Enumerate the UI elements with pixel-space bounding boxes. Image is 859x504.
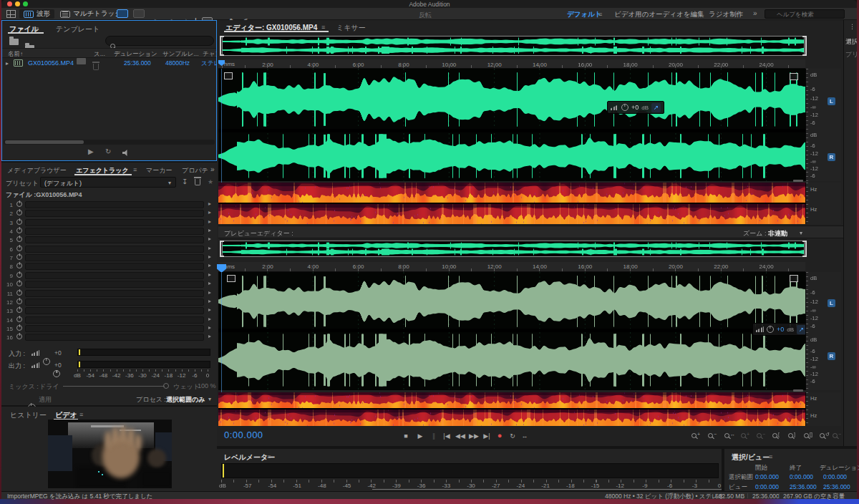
channel-l-button[interactable]: L [828, 299, 835, 307]
slot-arrow-icon[interactable]: ▸ [208, 289, 211, 296]
effect-slot-well[interactable] [25, 219, 204, 226]
preview-volume-hud[interactable]: +0 dB ↗ [752, 323, 810, 336]
effect-slot-16[interactable]: 16▸ [3, 334, 215, 341]
spectral-display[interactable] [218, 183, 805, 224]
slot-arrow-icon[interactable]: ▸ [208, 253, 211, 260]
volume-hud[interactable]: +0 dB ↗ [607, 101, 664, 114]
minimize-window-button[interactable] [15, 1, 20, 6]
tab-history[interactable]: ヒストリー [10, 410, 47, 420]
power-icon[interactable] [16, 272, 22, 278]
power-icon[interactable] [16, 316, 22, 322]
power-icon[interactable] [16, 299, 22, 304]
open-file-icon[interactable] [9, 39, 19, 45]
slot-arrow-icon[interactable]: ▸ [208, 218, 211, 225]
effect-slot-12[interactable]: 12▸ [3, 299, 215, 306]
slot-arrow-icon[interactable]: ▸ [208, 200, 211, 207]
workspace-default-button[interactable]: デフォルト [567, 10, 602, 19]
power-icon[interactable] [16, 307, 22, 313]
loop-playback-button[interactable]: ↻ [506, 432, 519, 440]
effect-slot-well[interactable] [25, 334, 204, 341]
hud-gain-knob[interactable] [621, 104, 629, 111]
effect-slot-6[interactable]: 6▸ [3, 246, 215, 253]
multitrack-view-button[interactable]: マルチトラック [56, 9, 126, 19]
files-search-field[interactable] [105, 36, 214, 46]
divider-grip[interactable] [793, 389, 803, 392]
overview-right-handle[interactable] [802, 36, 807, 56]
zoom-to-selection-button[interactable]: [] [804, 433, 812, 438]
effect-slot-8[interactable]: 8▸ [3, 263, 215, 271]
dock-item-selection[interactable]: 選択 [845, 37, 857, 47]
tab-markers[interactable]: マーカー [146, 166, 172, 175]
effect-slot-9[interactable]: 9▸ [3, 272, 215, 280]
effect-slot-11[interactable]: 11▸ [3, 290, 215, 298]
tab-mixer[interactable]: ミキサー [336, 23, 366, 33]
slot-arrow-icon[interactable]: ▸ [208, 227, 211, 233]
slot-arrow-icon[interactable]: ▸ [208, 262, 211, 268]
view-end[interactable]: 25:36.000 [790, 483, 817, 490]
video-panel-menu-icon[interactable]: ≡ [79, 411, 83, 418]
workspace-menu-icon[interactable]: ≡ [598, 11, 602, 18]
hud-expand-icon[interactable]: ↗ [651, 103, 661, 112]
power-icon[interactable] [16, 290, 22, 296]
panel-corner-icon[interactable] [790, 275, 798, 282]
hud-gain-knob[interactable] [767, 326, 774, 333]
editor-panel-menu-icon[interactable]: ≡ [321, 24, 325, 31]
effect-slot-4[interactable]: 4▸ [3, 228, 215, 236]
preview-loop-button[interactable]: ↻ [105, 147, 111, 155]
zoom-in-time-button[interactable]: + [691, 433, 700, 438]
power-icon[interactable] [16, 263, 22, 268]
effect-slot-13[interactable]: 13▸ [3, 307, 215, 315]
rewind-button[interactable]: ◀◀ [454, 432, 467, 440]
zoom-extra-button[interactable]: − [833, 433, 841, 438]
favorite-star-icon[interactable]: ★ [208, 178, 213, 185]
files-hscroll-thumb[interactable] [5, 140, 84, 144]
power-icon[interactable] [16, 228, 22, 233]
panel-corner-icon[interactable] [227, 275, 236, 282]
effect-slot-2[interactable]: 2▸ [3, 210, 215, 218]
slot-arrow-icon[interactable]: ▸ [208, 280, 211, 286]
effect-slot-14[interactable]: 14▸ [3, 316, 215, 324]
workspace-grid-icon[interactable] [6, 10, 16, 18]
power-icon[interactable] [16, 219, 22, 225]
power-icon[interactable] [16, 325, 22, 331]
effect-slot-10[interactable]: 10▸ [3, 281, 215, 289]
close-window-button[interactable] [7, 1, 12, 6]
workspace-edit-video-audio-button[interactable]: ビデオ用のオーディオを編集 [614, 10, 704, 19]
divider-grip[interactable] [793, 180, 803, 182]
waveform-display-toggle-icon[interactable] [117, 9, 128, 18]
waveform-display[interactable] [218, 69, 805, 181]
selection-view-menu-icon[interactable]: ≡ [769, 453, 772, 460]
power-icon[interactable] [16, 246, 22, 251]
effect-slot-7[interactable]: 7▸ [3, 254, 215, 262]
fast-forward-button[interactable]: ▶▶ [467, 432, 480, 440]
effect-slot-well[interactable] [25, 316, 204, 324]
slot-arrow-icon[interactable]: ▸ [208, 316, 211, 322]
speaker-icon[interactable] [122, 150, 130, 156]
channel-l-button[interactable]: L [828, 97, 835, 105]
zoom-caret-icon[interactable]: ▾ [800, 230, 802, 236]
slot-arrow-icon[interactable]: ▸ [208, 333, 211, 339]
preset-dropdown[interactable]: (デフォルト) ▾ [40, 177, 176, 188]
file-name[interactable]: GX010056.MP4 [28, 59, 74, 67]
zoom-in-at-in-point-button[interactable]: [ [772, 433, 780, 438]
preview-overview-right-handle[interactable] [802, 241, 807, 257]
files-hscroll-track[interactable] [4, 140, 215, 145]
overview-navigator[interactable] [222, 36, 805, 56]
stop-button[interactable]: ■ [399, 432, 412, 440]
dock-item-preset[interactable]: プリ [845, 50, 857, 59]
power-icon[interactable] [16, 210, 22, 215]
process-dropdown[interactable]: 選択範囲のみ [166, 395, 205, 404]
titlebar[interactable]: Adobe Audition [1, 0, 857, 8]
slot-arrow-icon[interactable]: ▸ [208, 298, 211, 304]
apply-button[interactable]: 適用 [39, 395, 52, 404]
preview-play-button[interactable]: ▶ [88, 147, 94, 155]
workspace-overflow-chevron[interactable]: » [753, 9, 757, 17]
panel-corner-icon[interactable] [790, 73, 798, 80]
workspace-radio-button[interactable]: ラジオ制作 [709, 10, 743, 19]
level-meter-well[interactable] [221, 463, 719, 478]
preview-spectral-display[interactable] [218, 392, 805, 426]
input-gain-knob[interactable] [43, 358, 50, 365]
effects-overflow-chevron[interactable]: » [210, 165, 215, 173]
files-panel-menu-icon[interactable]: ≡ [35, 25, 39, 32]
effect-slot-15[interactable]: 15▸ [3, 325, 215, 333]
